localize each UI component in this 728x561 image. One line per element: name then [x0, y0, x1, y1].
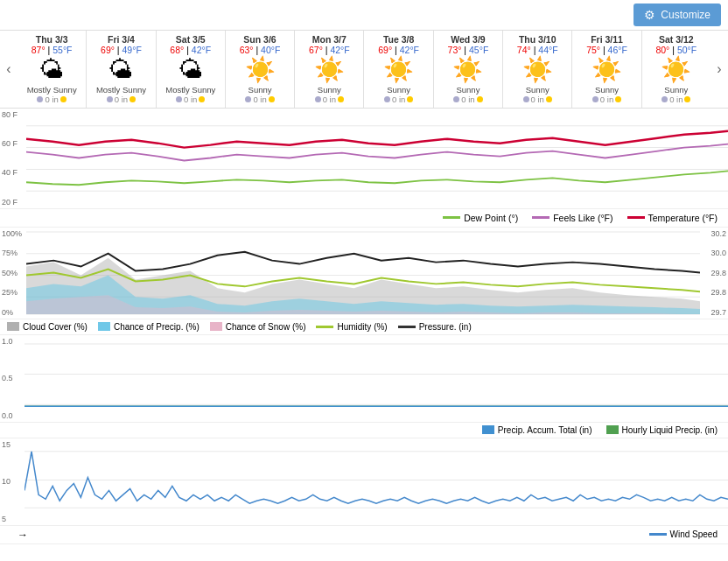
legend-chance-snow: Chance of Snow (%)	[210, 322, 306, 332]
day-temps: 74° | 44°F	[505, 45, 570, 55]
day-precip: 0 in	[574, 95, 639, 104]
weather-icon: ☀️	[297, 55, 361, 85]
temp-high: 87°	[32, 45, 46, 55]
day-col-7: Thu 3/10 74° | 44°F ☀️ Sunny 0 in	[503, 31, 572, 108]
legend-chance-precip: Chance of Precip. (%)	[98, 322, 200, 332]
legend-hourly-liquid: Hourly Liquid Precip. (in)	[606, 425, 718, 435]
precip-dot-yellow-icon	[407, 96, 413, 102]
day-precip: 0 in	[297, 95, 361, 104]
day-condition: Sunny	[574, 85, 639, 95]
precip-dot-icon	[662, 96, 668, 102]
day-temps: 75° | 46°F	[574, 45, 639, 55]
precip-chart: 1.00.50.0	[0, 335, 728, 423]
hourly-liquid-box-icon	[606, 425, 619, 434]
day-temps: 80° | 50°F	[644, 45, 709, 55]
temp-y-label: 80 F	[2, 110, 24, 119]
pct-y-axis-right: 30.230.029.829.829.7	[700, 228, 728, 319]
temp-low: 44°F	[538, 45, 557, 55]
right-arrow-icon: →	[18, 529, 28, 541]
day-condition: Sunny	[228, 85, 292, 95]
pct-y-left-label: 100%	[2, 229, 24, 238]
temp-low: 42°F	[192, 45, 211, 55]
legend-accum-total: Precip. Accum. Total (in)	[482, 425, 592, 435]
pct-y-right-label: 30.0	[702, 249, 726, 257]
humidity-label: Humidity (%)	[337, 322, 387, 332]
temperature-line-icon	[627, 216, 645, 219]
precip-dot-yellow-icon	[684, 96, 690, 102]
prev-arrow[interactable]: ‹	[0, 31, 18, 108]
wind-y-label: 10	[2, 477, 23, 486]
weather-icon: ☀️	[644, 55, 709, 85]
day-precip: 0 in	[436, 95, 500, 104]
day-precip: 0 in	[366, 95, 430, 104]
precip-dot-icon	[315, 96, 321, 102]
temp-y-axis: 80 F60 F40 F20 F	[0, 109, 26, 208]
precip-dot-icon	[107, 96, 113, 102]
legend-pressure: Pressure. (in)	[398, 322, 472, 332]
day-temps: 69° | 49°F	[88, 45, 153, 55]
day-col-6: Wed 3/9 73° | 45°F ☀️ Sunny 0 in	[434, 31, 503, 108]
pct-y-right-label: 30.2	[702, 229, 726, 238]
precip-dot-yellow-icon	[338, 96, 344, 102]
temp-high: 80°	[655, 45, 669, 55]
chance-snow-box-icon	[210, 322, 222, 331]
day-condition: Sunny	[366, 85, 430, 95]
pct-legend: Cloud Cover (%) Chance of Precip. (%) Ch…	[0, 319, 728, 335]
pct-y-right-label: 29.8	[702, 288, 726, 297]
day-date: Fri 3/4	[88, 34, 153, 45]
weather-icon: ☀️	[574, 55, 639, 85]
day-date: Sun 3/6	[228, 34, 292, 45]
precip-dot-yellow-icon	[615, 96, 621, 102]
temp-y-label: 60 F	[2, 139, 24, 148]
temperature-label: Temperature (°F)	[648, 213, 718, 223]
day-precip: 0 in	[88, 95, 153, 104]
day-precip: 0 in	[228, 95, 292, 104]
day-col-9: Sat 3/12 80° | 50°F ☀️ Sunny 0 in	[642, 31, 710, 108]
legend-temperature: Temperature (°F)	[627, 213, 718, 223]
temp-low: 45°F	[469, 45, 488, 55]
precip-dot-yellow-icon	[269, 96, 275, 102]
legend-feels-like: Feels Like (°F)	[532, 213, 612, 223]
precip-dot-icon	[384, 96, 390, 102]
wind-y-axis: 15105	[0, 438, 24, 525]
cloud-cover-label: Cloud Cover (%)	[23, 322, 88, 332]
precip-dot-icon	[37, 96, 43, 102]
chance-precip-box-icon	[98, 322, 110, 331]
day-precip: 0 in	[505, 95, 570, 104]
day-condition: Sunny	[644, 85, 709, 95]
pressure-label: Pressure. (in)	[419, 322, 472, 332]
precip-y-label: 1.0	[2, 337, 23, 346]
day-date: Fri 3/11	[574, 34, 639, 45]
wind-y-label: 5	[2, 515, 23, 523]
accum-total-label: Precip. Accum. Total (in)	[498, 425, 592, 435]
feels-like-label: Feels Like (°F)	[553, 213, 612, 223]
customize-button[interactable]: ⚙ Customize	[634, 4, 721, 26]
precip-y-label: 0.5	[2, 374, 23, 382]
day-date: Mon 3/7	[297, 34, 361, 45]
day-date: Thu 3/10	[505, 34, 570, 45]
day-col-2: Sat 3/5 68° | 42°F 🌤 Mostly Sunny 0 in	[157, 31, 226, 108]
next-arrow[interactable]: ›	[710, 31, 728, 108]
temperature-chart: 80 F60 F40 F20 F	[0, 109, 728, 209]
temp-high: 74°	[517, 45, 531, 55]
dew-point-line-icon	[443, 216, 460, 219]
day-temps: 67° | 42°F	[297, 45, 361, 55]
day-temps: 68° | 42°F	[158, 45, 223, 55]
precip-legend: Precip. Accum. Total (in) Hourly Liquid …	[0, 423, 728, 438]
cloud-cover-box-icon	[7, 322, 19, 331]
humidity-line-icon	[316, 326, 333, 328]
hourly-liquid-label: Hourly Liquid Precip. (in)	[622, 425, 718, 435]
temp-high: 75°	[586, 45, 600, 55]
precip-dot-yellow-icon	[60, 96, 66, 102]
wind-y-label: 15	[2, 440, 23, 449]
day-date: Tue 3/8	[366, 34, 430, 45]
weather-icon: 🌤	[88, 55, 153, 85]
temp-low: 42°F	[330, 45, 349, 55]
day-condition: Mostly Sunny	[158, 85, 223, 95]
temp-low: 55°F	[52, 45, 72, 55]
temp-high: 63°	[240, 45, 254, 55]
pct-y-right-label: 29.8	[702, 269, 726, 277]
day-temps: 87° | 55°F	[19, 45, 84, 55]
temp-low: 46°F	[608, 45, 627, 55]
weather-icon: ☀️	[505, 55, 570, 85]
